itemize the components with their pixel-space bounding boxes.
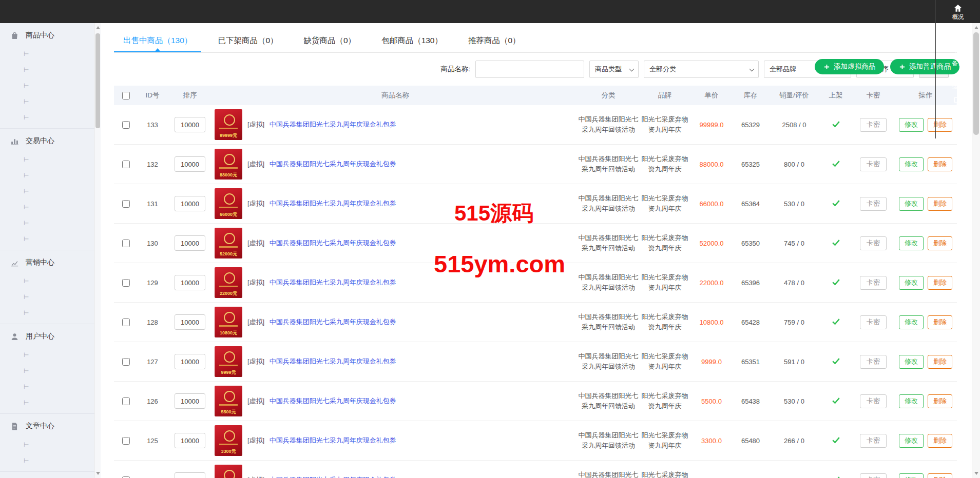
product-name-link[interactable]: 中国兵器集团阳光七采九周年庆现金礼包券 [270, 436, 396, 444]
card-key-button[interactable]: 卡密 [860, 157, 887, 171]
sidebar-item[interactable]: ⊢ [0, 436, 94, 452]
sidebar-item[interactable]: ⊢ [0, 46, 94, 62]
topbar-item[interactable]: 首页 [935, 92, 980, 115]
product-name-link[interactable]: 中国兵器集团阳光七采九周年庆现金礼包券 [270, 239, 396, 247]
edit-button[interactable]: 修改 [899, 157, 924, 171]
product-name-input[interactable] [475, 61, 584, 78]
tab[interactable]: 已下架商品（0） [208, 31, 287, 52]
row-checkbox[interactable] [122, 358, 130, 366]
delete-button[interactable]: 删除 [928, 157, 952, 171]
tab[interactable]: 包邮商品（130） [372, 31, 452, 52]
sidebar-item[interactable]: ⊢ [0, 215, 94, 231]
product-name-link[interactable]: 中国兵器集团阳光七采九周年庆现金礼包券 [270, 357, 396, 365]
scroll-down-icon[interactable] [96, 472, 100, 475]
sort-input[interactable] [175, 472, 205, 478]
delete-button[interactable]: 删除 [928, 236, 952, 250]
product-name-link[interactable]: 中国兵器集团阳光七采九周年庆现金礼包券 [270, 476, 396, 478]
sidebar-item[interactable]: ⊢ [0, 452, 94, 468]
product-type-select[interactable]: 商品类型 [589, 61, 639, 78]
row-checkbox[interactable] [122, 437, 130, 445]
edit-button[interactable]: 修改 [899, 276, 924, 290]
tab[interactable]: 出售中商品（130） [114, 31, 201, 52]
edit-button[interactable]: 修改 [899, 473, 924, 478]
scroll-up-icon[interactable] [96, 26, 100, 29]
edit-button[interactable]: 修改 [899, 434, 924, 448]
category-select[interactable]: 全部分类 [644, 61, 759, 78]
delete-button[interactable]: 删除 [928, 355, 952, 369]
row-checkbox[interactable] [122, 279, 130, 287]
tab[interactable]: 缺货商品（0） [295, 31, 366, 52]
delete-button[interactable]: 删除 [928, 394, 952, 408]
row-checkbox[interactable] [122, 161, 130, 168]
add-virtual-product-button[interactable]: 添加虚拟商品 [815, 59, 884, 74]
sidebar-item[interactable]: ⊢ [0, 347, 94, 363]
edit-button[interactable]: 修改 [899, 236, 924, 250]
sort-input[interactable] [175, 275, 205, 290]
sidebar-item[interactable]: ⊢ [0, 231, 94, 247]
sidebar-item[interactable]: ⊢ [0, 183, 94, 199]
sidebar-item[interactable]: ⊢ [0, 167, 94, 183]
sort-input[interactable] [175, 354, 205, 369]
scroll-down-icon[interactable] [974, 472, 978, 475]
sidebar-item[interactable]: ⊢ [0, 109, 94, 125]
row-checkbox[interactable] [122, 397, 130, 405]
delete-button[interactable]: 删除 [928, 315, 952, 329]
sidebar-item[interactable]: ⊢ [0, 379, 94, 394]
row-checkbox[interactable] [122, 318, 130, 326]
edit-button[interactable]: 修改 [899, 394, 924, 408]
delete-button[interactable]: 删除 [928, 473, 952, 478]
topbar-item[interactable]: 缓存 [935, 69, 980, 92]
edit-button[interactable]: 修改 [899, 355, 924, 369]
card-key-button[interactable]: 卡密 [860, 197, 887, 211]
product-name-link[interactable]: 中国兵器集团阳光七采九周年庆现金礼包券 [270, 200, 396, 207]
sidebar-section-header[interactable]: 文章中心 [0, 416, 94, 436]
sidebar-item[interactable]: ⊢ [0, 273, 94, 289]
tab[interactable]: 推荐商品（0） [459, 31, 530, 52]
sort-input[interactable] [175, 433, 205, 448]
topbar-item[interactable]: 概况 [935, 0, 980, 23]
product-name-link[interactable]: 中国兵器集团阳光七采九周年庆现金礼包券 [270, 397, 396, 405]
sort-input[interactable] [175, 196, 205, 211]
card-key-button[interactable]: 卡密 [860, 434, 887, 448]
sidebar-item[interactable]: ⊢ [0, 93, 94, 109]
sidebar-section-header[interactable]: 营销中心 [0, 252, 94, 273]
card-key-button[interactable]: 卡密 [860, 315, 887, 329]
topbar-item[interactable]: 备份 [935, 46, 980, 69]
card-key-button[interactable]: 卡密 [860, 394, 887, 408]
sort-input[interactable] [175, 314, 205, 330]
sort-input[interactable] [175, 117, 205, 132]
sidebar-item[interactable]: ⊢ [0, 151, 94, 167]
card-key-button[interactable]: 卡密 [860, 355, 887, 369]
product-name-link[interactable]: 中国兵器集团阳光七采九周年庆现金礼包券 [270, 318, 396, 326]
sidebar-scroll-thumb[interactable] [95, 33, 100, 128]
product-name-link[interactable]: 中国兵器集团阳光七采九周年庆现金礼包券 [270, 160, 396, 168]
topbar-item[interactable]: 退出 [935, 115, 980, 138]
product-name-link[interactable]: 中国兵器集团阳光七采九周年庆现金礼包券 [270, 121, 396, 128]
row-checkbox[interactable] [122, 121, 130, 129]
sidebar-item[interactable]: ⊢ [0, 62, 94, 77]
sort-input[interactable] [175, 156, 205, 172]
sort-input[interactable] [175, 235, 205, 251]
edit-button[interactable]: 修改 [899, 197, 924, 211]
delete-button[interactable]: 删除 [928, 276, 952, 290]
edit-button[interactable]: 修改 [899, 118, 924, 132]
product-name-link[interactable]: 中国兵器集团阳光七采九周年庆现金礼包券 [270, 278, 396, 286]
sidebar-item[interactable]: ⊢ [0, 363, 94, 379]
delete-button[interactable]: 删除 [928, 434, 952, 448]
sort-input[interactable] [175, 393, 205, 409]
sidebar-item[interactable]: ⊢ [0, 394, 94, 410]
edit-button[interactable]: 修改 [899, 315, 924, 329]
sidebar-item[interactable]: ⊢ [0, 289, 94, 305]
card-key-button[interactable]: 卡密 [860, 276, 887, 290]
sidebar-section-header[interactable]: 交易中心 [0, 131, 94, 151]
sidebar-item[interactable]: ⊢ [0, 77, 94, 93]
delete-button[interactable]: 删除 [928, 197, 952, 211]
sidebar-item[interactable]: ⊢ [0, 199, 94, 215]
sidebar-scrollbar[interactable] [94, 23, 101, 478]
sidebar-section-header[interactable]: 控制面板 [0, 474, 94, 478]
card-key-button[interactable]: 卡密 [860, 118, 887, 132]
select-all-checkbox[interactable] [122, 92, 130, 99]
topbar-item[interactable]: 统计 [935, 23, 980, 46]
row-checkbox[interactable] [122, 200, 130, 208]
row-checkbox[interactable] [122, 476, 130, 478]
